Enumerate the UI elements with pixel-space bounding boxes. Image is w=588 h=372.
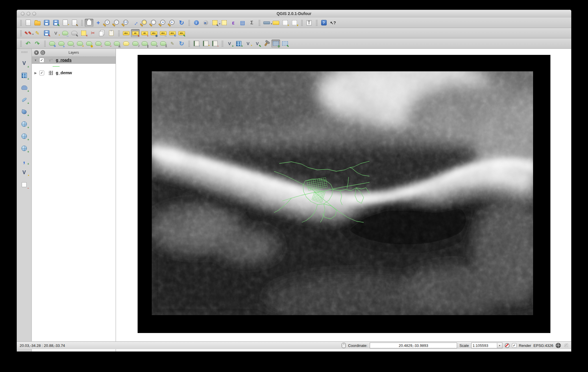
move-feature[interactable]: ↔ (61, 29, 69, 37)
toolbar-drag-handle[interactable] (221, 40, 223, 47)
reshape-features[interactable]: ∠ (112, 40, 121, 48)
map-tips[interactable] (271, 19, 280, 27)
edit-grass-region[interactable]: ✎ (281, 40, 289, 48)
pin-unpin-labels[interactable]: ab● (131, 29, 140, 37)
rotate-feature[interactable]: ↻ (48, 40, 56, 48)
simplify-feature[interactable]: ▲ (57, 40, 66, 48)
change-label-properties[interactable]: abc✎ (177, 29, 186, 37)
open-grass-tools[interactable] (262, 40, 271, 48)
new-print-composer[interactable]: * (61, 19, 69, 27)
add-wfs-layer[interactable]: + (19, 143, 29, 153)
current-edits[interactable]: ✎✎▾ (24, 29, 32, 37)
new-bookmark[interactable]: + (281, 19, 289, 27)
add-ring[interactable]: ○ (66, 40, 75, 48)
toolbar-drag-handle[interactable] (188, 40, 190, 47)
new-shapefile-layer[interactable]: V* (19, 167, 29, 178)
undo[interactable]: ↶ (24, 40, 32, 48)
save-project-as[interactable]: ✎ (51, 19, 60, 27)
coordinate-input[interactable] (370, 343, 457, 348)
add-delimited-text-layer[interactable]: ,+ (19, 155, 29, 165)
toolbar-drag-handle[interactable] (20, 40, 22, 47)
zoom-next[interactable]: ▸ (168, 19, 177, 27)
cut-features[interactable]: ✂ (88, 29, 97, 37)
pan-to-selection[interactable]: + (94, 19, 103, 27)
toolbar-drag-handle[interactable] (258, 20, 260, 26)
close-grass-mapset[interactable]: − (210, 40, 219, 48)
add-grass-vector-layer[interactable]: V+ (225, 40, 234, 48)
zoom-to-selection[interactable] (140, 19, 149, 27)
add-spatialite-layer[interactable]: + (19, 94, 29, 105)
layer-visibility-checkbox[interactable]: ✓ (39, 58, 44, 63)
deselect-features[interactable] (220, 19, 228, 27)
crs-status-icon[interactable] (556, 343, 561, 348)
toggle-editing[interactable]: ✎ (33, 29, 42, 37)
display-grass-region[interactable]: ψ (271, 40, 280, 48)
add-wcs-layer[interactable]: + (19, 131, 29, 141)
merge-features[interactable]: ≡ (149, 40, 158, 48)
add-part[interactable]: + (75, 40, 84, 48)
zoom-native[interactable]: 1:1 (122, 19, 130, 27)
refresh-map[interactable]: ↻ (177, 19, 186, 27)
new-grass-vector-layer[interactable]: V* (244, 40, 252, 48)
zoom-last[interactable]: ◂ (159, 19, 167, 27)
show-hide-labels[interactable]: abc◉ (149, 29, 158, 37)
toolbar-drag-handle[interactable] (20, 30, 22, 36)
layer-item-g_demw[interactable]: ▶✓g_demw (32, 69, 116, 77)
open-grass-mapset[interactable]: ↑ (192, 40, 201, 48)
whats-this[interactable]: ↖? (329, 19, 337, 27)
expand-caret-icon[interactable]: ▼ (32, 59, 39, 62)
delete-ring[interactable]: ○ (94, 40, 103, 48)
resize-grip[interactable] (564, 343, 568, 347)
toolbar-drag-handle[interactable] (301, 20, 303, 26)
rotate-point-symbols[interactable]: ✎ (168, 40, 177, 48)
save-project[interactable] (42, 19, 51, 27)
select-features[interactable]: ↖▾ (210, 19, 219, 27)
copy-features[interactable] (98, 29, 106, 37)
toolbar-drag-handle[interactable] (188, 20, 190, 26)
redo[interactable]: ↷ (33, 40, 42, 48)
toolbar-drag-handle[interactable] (81, 20, 83, 26)
toolbar-drag-handle[interactable] (44, 40, 46, 47)
add-raster-layer[interactable]: + (19, 70, 29, 81)
merge-attributes[interactable]: Σ (159, 40, 167, 48)
remove-layer[interactable]: − (19, 179, 29, 190)
expand-caret-icon[interactable]: ▶ (32, 71, 39, 75)
add-feature[interactable]: V* (51, 29, 60, 37)
stop-rendering-icon[interactable] (505, 343, 510, 348)
help-contents[interactable]: ? (319, 19, 328, 27)
show-bookmarks[interactable]: ▾ (290, 19, 299, 27)
layer-item-g_roads[interactable]: ▼✓∨°g_roads (32, 56, 116, 64)
text-annotation[interactable]: T (305, 19, 313, 27)
toolbar-drag-handle[interactable] (20, 20, 22, 26)
chevron-down-icon[interactable]: ▾ (497, 343, 502, 348)
add-wms-layer[interactable]: + (19, 119, 29, 129)
identify-features[interactable]: i (192, 19, 201, 27)
zoom-out[interactable]: − (112, 19, 121, 27)
layer-labeling-options[interactable]: abc (122, 29, 130, 37)
field-calculator[interactable]: Σ (247, 19, 256, 27)
composer-manager[interactable]: ✎ (70, 19, 79, 27)
new-project[interactable] (24, 19, 32, 27)
select-by-expression[interactable]: ε (229, 19, 238, 27)
measure[interactable]: ▾ (262, 19, 271, 27)
zoom-to-layer[interactable] (149, 19, 158, 27)
edit-grass-vector-layer[interactable]: V✎ (253, 40, 262, 48)
map-canvas[interactable] (116, 49, 571, 351)
toolbar-drag-handle[interactable] (21, 51, 27, 53)
node-tool[interactable]: ✎ (70, 29, 79, 37)
split-features[interactable]: / (131, 40, 140, 48)
toolbar-drag-handle[interactable] (316, 20, 318, 26)
delete-part[interactable]: − (103, 40, 112, 48)
split-parts[interactable]: ∥ (140, 40, 149, 48)
run-feature-action[interactable]: ▶ (201, 19, 210, 27)
new-grass-mapset[interactable]: * (201, 40, 210, 48)
add-postgis-layer[interactable]: + (19, 82, 29, 93)
paste-features[interactable] (107, 29, 116, 37)
pan-map[interactable] (85, 19, 93, 27)
add-mssql-layer[interactable]: + (19, 107, 29, 117)
highlight-pinned-labels[interactable]: ab● (140, 29, 149, 37)
reload[interactable]: ↻ (177, 40, 186, 48)
add-grass-raster-layer[interactable]: + (234, 40, 243, 48)
title-bar[interactable]: QGIS 2.0.1-Dufour (17, 10, 571, 18)
toolbar-drag-handle[interactable] (118, 30, 120, 36)
